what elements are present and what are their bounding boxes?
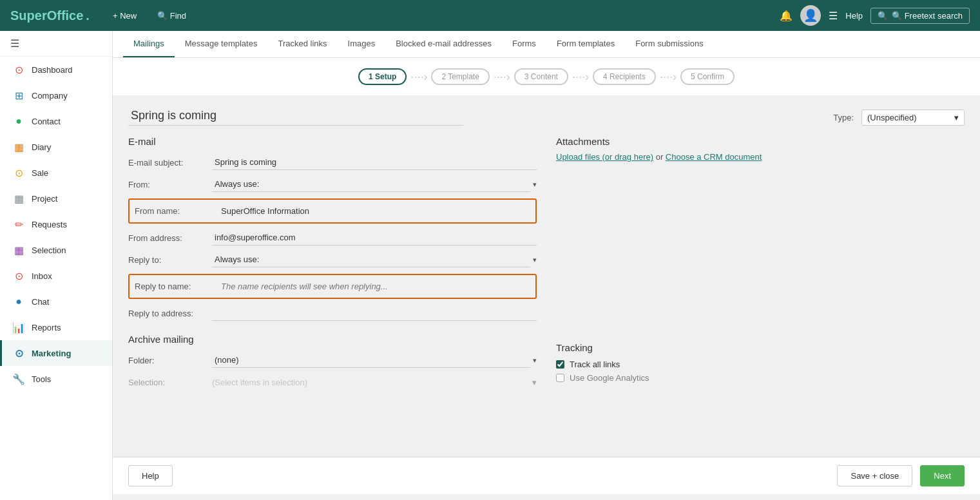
step-recipients[interactable]: 4 Recipients [593,68,656,85]
tab-forms[interactable]: Forms [502,31,546,57]
search-icon: 🔍 [878,11,888,21]
sidebar-item-chat[interactable]: ● Chat [0,289,112,314]
selection-icon: ▦ [12,244,25,256]
tabs-bar: Mailings Message templates Tracked links… [113,31,980,58]
sidebar-item-label: Contact [32,117,61,126]
from-value: Always use: [212,177,530,192]
topnav-icons: 🔔 👤 ☰ Help 🔍 🔍 Freetext search [780,5,970,26]
next-button[interactable]: Next [920,465,965,486]
sidebar-item-label: Project [32,194,57,204]
sidebar-item-label: Reports [32,323,61,332]
mailing-title-input[interactable] [128,106,463,126]
sidebar-item-inbox[interactable]: ⊙ Inbox [0,263,112,289]
type-dropdown[interactable]: (Unspecified) ▾ [861,110,965,126]
from-address-input[interactable] [212,230,537,245]
project-icon: ▦ [12,192,25,205]
upload-files-link[interactable]: Upload files (or drag here) [556,152,653,162]
reply-to-address-label: Reply to address: [128,309,212,318]
sidebar-item-requests[interactable]: ✏ Requests [0,211,112,237]
menu-icon[interactable]: ☰ [829,10,838,22]
tab-blocked-email[interactable]: Blocked e-mail addresses [385,31,502,57]
step-arrow-2: ····› [494,70,510,84]
step-confirm[interactable]: 5 Confirm [680,68,735,85]
tab-tracked-links[interactable]: Tracked links [267,31,337,57]
sidebar-item-selection[interactable]: ▦ Selection [0,237,112,263]
tab-form-templates[interactable]: Form templates [546,31,625,57]
tab-mailings[interactable]: Mailings [123,31,175,57]
sidebar-item-sale[interactable]: ⊙ Sale [0,160,112,186]
scrollable-form-area: Type: (Unspecified) ▾ E-mail E- [113,96,980,457]
reports-icon: 📊 [12,321,25,334]
archive-folder-value: (none) [212,352,530,368]
sidebar-item-diary[interactable]: ▦ Diary [0,134,112,160]
inbox-icon: ⊙ [12,269,25,282]
reply-to-name-row: Reply to name: [135,279,530,294]
attachments-section: Attachments Upload files (or drag here) … [556,136,965,162]
chevron-down-icon: ▾ [954,113,959,122]
dashboard-icon: ⊙ [12,63,25,76]
freetext-search[interactable]: 🔍 🔍 Freetext search [870,8,970,24]
tab-form-submissions[interactable]: Form submissions [625,31,713,57]
main-content: Mailings Message templates Tracked links… [113,31,980,500]
track-reads-checkbox[interactable] [556,374,564,382]
track-reads-label: Use Google Analytics [570,373,649,383]
contact-icon: ● [12,115,25,128]
sidebar-item-project[interactable]: ▦ Project [0,186,112,211]
reply-to-address-input[interactable] [212,305,537,321]
sidebar-item-contact[interactable]: ● Contact [0,108,112,134]
track-all-links-checkbox[interactable] [556,360,564,369]
email-subject-label: E-mail subject: [128,158,212,168]
step-circle-recipients: 4 Recipients [593,68,656,85]
from-row: From: Always use: ▾ [128,177,537,192]
requests-icon: ✏ [12,218,25,231]
tab-images[interactable]: Images [338,31,386,57]
from-address-row: From address: [128,230,537,245]
sidebar-collapse-button[interactable]: ☰ [0,31,112,57]
sidebar-item-reports[interactable]: 📊 Reports [0,314,112,340]
new-button[interactable]: + New [108,8,142,23]
from-name-input[interactable] [218,204,530,218]
step-arrow-4: ····› [660,70,677,84]
choose-crm-link[interactable]: Choose a CRM document [666,152,762,162]
notification-icon[interactable]: 🔔 [780,10,793,22]
sidebar-item-label: Sale [32,168,48,178]
help-link[interactable]: Help [845,11,863,21]
sidebar-item-marketing[interactable]: ⊙ Marketing [0,340,112,366]
reply-to-name-label: Reply to name: [135,282,218,291]
from-name-row: From name: [135,204,530,218]
tab-message-templates[interactable]: Message templates [175,31,268,57]
sale-icon: ⊙ [12,166,25,179]
step-arrow-1: ····› [410,70,427,84]
step-template[interactable]: 2 Template [431,68,489,85]
footer-right: Save + close Next [837,465,965,486]
from-dropdown[interactable]: Always use: ▾ [212,177,537,192]
find-button[interactable]: 🔍 Find [152,8,191,23]
sidebar-item-label: Requests [32,220,67,229]
archive-folder-dropdown[interactable]: (none) ▾ [212,352,537,368]
company-icon: ⊞ [12,89,25,102]
sidebar-item-dashboard[interactable]: ⊙ Dashboard [0,57,112,82]
reply-to-name-highlighted-row: Reply to name: [128,274,537,299]
tools-icon: 🔧 [12,372,25,385]
avatar[interactable]: 👤 [800,5,821,26]
reply-to-dropdown[interactable]: Always use: ▾ [212,252,537,267]
sidebar-item-label: Diary [32,142,51,152]
steps-bar: 1 Setup ····› 2 Template ····› 3 Content… [113,58,980,96]
help-button[interactable]: Help [128,465,173,486]
track-reads-row: Use Google Analytics [556,373,965,383]
email-subject-input[interactable] [212,155,537,170]
reply-to-name-input[interactable] [218,279,530,294]
sidebar-item-tools[interactable]: 🔧 Tools [0,366,112,392]
sidebar-item-company[interactable]: ⊞ Company [0,82,112,108]
sidebar-item-label: Chat [32,297,49,307]
track-all-links-row: Track all links [556,360,965,369]
reply-to-row: Reply to: Always use: ▾ [128,252,537,267]
from-name-highlighted-row: From name: [128,198,537,224]
step-content[interactable]: 3 Content [514,68,568,85]
archive-folder-row: Folder: (none) ▾ [128,352,537,368]
step-circle-template: 2 Template [431,68,489,85]
save-close-button[interactable]: Save + close [837,465,912,486]
step-setup[interactable]: 1 Setup [358,68,407,85]
step-circle-confirm: 5 Confirm [680,68,735,85]
main-layout: ☰ ⊙ Dashboard ⊞ Company ● Contact ▦ Diar… [0,31,980,500]
